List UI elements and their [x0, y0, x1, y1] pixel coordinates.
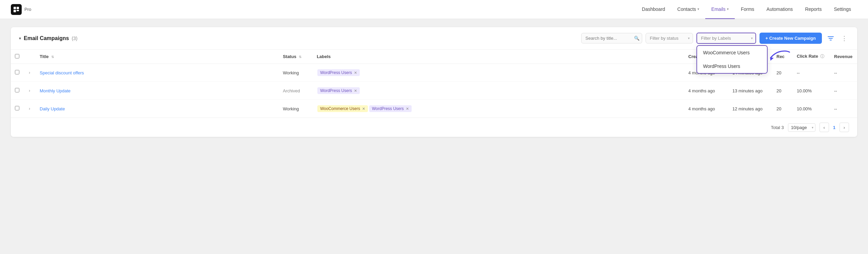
label-tag-2-0: WooCommerce Users ✕	[317, 105, 368, 112]
filter-icon-button[interactable]	[825, 33, 836, 44]
select-all-checkbox[interactable]	[15, 54, 19, 58]
campaign-title-0[interactable]: Special discount offers	[40, 70, 84, 75]
campaign-created-2: 4 months ago	[684, 100, 728, 118]
label-tag-0-0: WordPress Users ✕	[317, 69, 360, 76]
nav-settings[interactable]: Settings	[828, 0, 857, 19]
clickrate-info-icon[interactable]: ⓘ	[820, 54, 824, 59]
status-sort-icon[interactable]: ⇅	[299, 55, 301, 59]
svg-rect-2	[14, 10, 16, 12]
campaign-revenue-1: --	[830, 82, 857, 100]
filter-labels-wrap: Filter by Labels WooCommerce Users WordP…	[696, 33, 756, 44]
campaign-status-1: Archived	[283, 88, 300, 93]
expand-row-1[interactable]: ›	[27, 88, 32, 94]
nav-links: Dashboard Contacts ▾ Emails ▾ Forms Auto…	[636, 0, 857, 19]
dropdown-item-woocommerce[interactable]: WooCommerce Users	[697, 46, 767, 59]
filter-labels-select[interactable]: Filter by Labels WooCommerce Users WordP…	[696, 33, 756, 44]
label-tag-1-0: WordPress Users ✕	[317, 87, 360, 94]
nav-emails[interactable]: Emails ▾	[705, 0, 735, 19]
table-row: ›Monthly UpdateArchived WordPress Users …	[11, 82, 857, 100]
per-page-wrap: 10/page 20/page 50/page ▾	[788, 123, 815, 132]
campaign-clickrate-1: 10.00%	[793, 82, 830, 100]
label-remove-2-1[interactable]: ✕	[406, 107, 409, 111]
svg-rect-0	[14, 7, 16, 9]
campaign-clickrate-2: 10.00%	[793, 100, 830, 118]
nav-reports[interactable]: Reports	[799, 0, 828, 19]
logo: Pro	[11, 4, 31, 15]
header-controls: 🔍 Filter by status Working Archived ▾ F	[581, 33, 849, 44]
filter-status-wrap: Filter by status Working Archived ▾	[646, 33, 693, 43]
logo-icon	[11, 4, 22, 15]
search-input[interactable]	[581, 33, 642, 43]
create-campaign-button[interactable]: + Create New Campaign	[760, 33, 822, 44]
row-checkbox-0[interactable]	[15, 70, 19, 74]
col-status-header: Status ⇅	[279, 50, 313, 64]
campaign-recipients-2: 20	[772, 100, 793, 118]
filter-status-select[interactable]: Filter by status Working Archived	[646, 33, 693, 43]
table-row: ›Daily UpdateWorking WooCommerce Users ✕…	[11, 100, 857, 118]
contacts-chevron-icon: ▾	[697, 7, 699, 11]
col-recipients-header: Rec	[772, 50, 793, 64]
title-sort-icon[interactable]: ⇅	[51, 55, 54, 59]
nav-forms[interactable]: Forms	[735, 0, 761, 19]
expand-row-2[interactable]: ›	[27, 106, 32, 112]
card-header: ▾ Email Campaigns (3) 🔍 Filter by status…	[11, 27, 857, 50]
dropdown-item-wordpress[interactable]: WordPress Users	[697, 59, 767, 73]
row-checkbox-1[interactable]	[15, 88, 19, 92]
total-label: Total 3	[771, 125, 784, 130]
search-icon: 🔍	[634, 36, 639, 41]
col-clickrate-header: Click Rate ⓘ	[793, 50, 830, 64]
row-checkbox-2[interactable]	[15, 106, 19, 110]
col-title-header: Title ⇅	[36, 50, 279, 64]
campaign-title-1[interactable]: Monthly Update	[40, 88, 71, 93]
campaign-clickrate-0: --	[793, 64, 830, 82]
current-page: 1	[833, 125, 835, 130]
table-footer: Total 3 10/page 20/page 50/page ▾ ‹ 1 ›	[11, 117, 857, 137]
campaign-recipients-0: 20	[772, 64, 793, 82]
top-nav: Pro Dashboard Contacts ▾ Emails ▾ Forms …	[0, 0, 868, 19]
campaign-broadcast-1: 13 minutes ago	[728, 82, 772, 100]
nav-automations[interactable]: Automations	[761, 0, 799, 19]
campaign-status-0: Working	[283, 70, 299, 75]
pro-label: Pro	[24, 7, 31, 12]
label-tag-2-1: WordPress Users ✕	[369, 105, 412, 112]
main-content: ▾ Email Campaigns (3) 🔍 Filter by status…	[0, 19, 868, 254]
campaign-revenue-0: --	[830, 64, 857, 82]
campaign-recipients-1: 20	[772, 82, 793, 100]
emails-chevron-icon: ▾	[727, 7, 729, 11]
collapse-chevron-icon[interactable]: ▾	[19, 36, 21, 41]
campaigns-card: ▾ Email Campaigns (3) 🔍 Filter by status…	[11, 27, 857, 137]
card-title: Email Campaigns	[24, 35, 69, 41]
nav-dashboard[interactable]: Dashboard	[636, 0, 671, 19]
campaign-revenue-2: --	[830, 100, 857, 118]
labels-dropdown: WooCommerce Users WordPress Users	[696, 45, 768, 74]
per-page-select[interactable]: 10/page 20/page 50/page	[788, 123, 815, 132]
campaign-title-2[interactable]: Daily Update	[40, 106, 65, 111]
campaign-count: (3)	[72, 36, 77, 41]
more-options-button[interactable]: ⋮	[840, 34, 849, 43]
campaign-status-2: Working	[283, 106, 299, 111]
campaign-created-1: 4 months ago	[684, 82, 728, 100]
svg-rect-1	[17, 7, 19, 9]
col-labels-header: Labels	[313, 50, 684, 64]
label-remove-1-0[interactable]: ✕	[354, 89, 357, 93]
expand-row-0[interactable]: ›	[27, 70, 32, 76]
prev-page-button[interactable]: ‹	[820, 123, 829, 132]
col-revenue-header: Revenue	[830, 50, 857, 64]
nav-contacts[interactable]: Contacts ▾	[671, 0, 705, 19]
label-remove-2-0[interactable]: ✕	[362, 107, 365, 111]
search-wrap: 🔍	[581, 33, 642, 43]
label-remove-0-0[interactable]: ✕	[354, 71, 357, 75]
filter-labels-select-wrap: Filter by Labels WooCommerce Users WordP…	[696, 33, 756, 44]
campaign-broadcast-2: 12 minutes ago	[728, 100, 772, 118]
col-expand-header	[23, 50, 36, 64]
next-page-button[interactable]: ›	[840, 123, 849, 132]
col-checkbox	[11, 50, 23, 64]
svg-rect-3	[17, 10, 19, 11]
card-title-area: ▾ Email Campaigns (3)	[19, 35, 577, 41]
